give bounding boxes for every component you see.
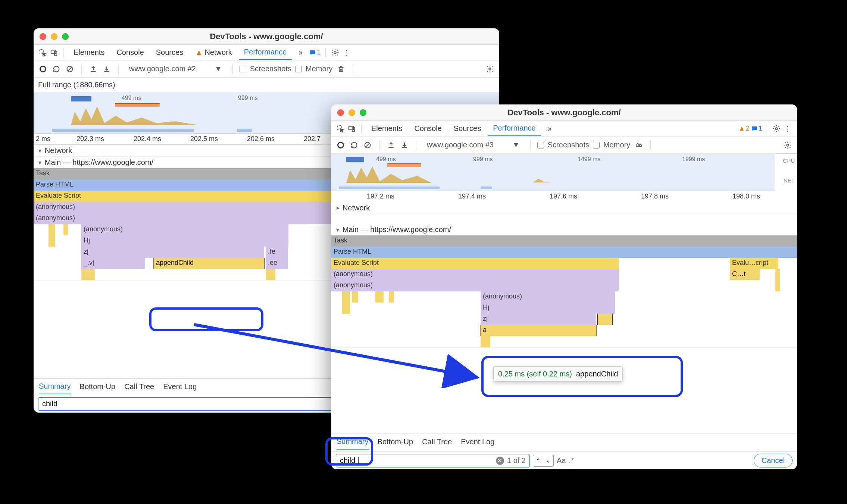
- flame-bar[interactable]: .ee: [266, 258, 288, 269]
- flame-bar[interactable]: .fe: [266, 247, 288, 258]
- btab-summary[interactable]: Summary: [39, 379, 71, 394]
- btab-calltree[interactable]: Call Tree: [124, 379, 154, 394]
- upload-button[interactable]: [88, 64, 98, 74]
- recording-select[interactable]: www.google.com #2 ▼: [125, 63, 226, 75]
- flame-bar[interactable]: [375, 291, 384, 303]
- flame-bar[interactable]: [389, 291, 394, 303]
- fullscreen-icon[interactable]: [62, 33, 69, 40]
- flame-bar[interactable]: zj: [81, 247, 264, 258]
- screenshots-checkbox[interactable]: [537, 142, 544, 148]
- btab-bottomup[interactable]: Bottom-Up: [378, 435, 413, 449]
- close-icon[interactable]: [337, 109, 344, 116]
- search-input[interactable]: child ✕ 1 of 2: [336, 454, 530, 467]
- flame-bar[interactable]: (anonymous): [481, 291, 615, 303]
- reload-button[interactable]: [349, 140, 359, 150]
- upload-button[interactable]: [386, 140, 396, 150]
- flame-bar[interactable]: [49, 235, 55, 247]
- btab-eventlog[interactable]: Event Log: [163, 379, 197, 394]
- clear-button[interactable]: [65, 64, 75, 74]
- messages-badge[interactable]: 1: [309, 48, 321, 56]
- flame-bar[interactable]: [775, 280, 780, 291]
- trash-icon[interactable]: [336, 64, 346, 74]
- flame-bar[interactable]: [81, 269, 95, 280]
- gear-icon[interactable]: [772, 124, 781, 134]
- kebab-icon[interactable]: ⋮: [783, 124, 793, 134]
- gear-icon[interactable]: [783, 140, 793, 150]
- flame-bar[interactable]: Evaluate Script: [331, 258, 619, 269]
- btab-summary[interactable]: Summary: [337, 434, 369, 450]
- flame-bar[interactable]: (anonymous): [81, 224, 288, 235]
- flame-bar[interactable]: [63, 224, 68, 235]
- flame-bar-append[interactable]: a: [481, 325, 596, 336]
- match-case-toggle[interactable]: Aa: [557, 456, 566, 465]
- flame-bar[interactable]: [481, 336, 490, 347]
- memory-checkbox[interactable]: [295, 66, 302, 72]
- search-value: child: [42, 400, 57, 408]
- flame-bar[interactable]: [266, 269, 275, 280]
- tab-more[interactable]: »: [293, 45, 308, 60]
- minimize-icon[interactable]: [51, 33, 57, 40]
- clear-icon[interactable]: ✕: [496, 457, 504, 465]
- flame-bar-append[interactable]: appendChild: [154, 258, 264, 269]
- next-result-button[interactable]: ⌄: [543, 455, 554, 467]
- messages-badge[interactable]: 1: [751, 125, 762, 132]
- clear-button[interactable]: [363, 140, 372, 150]
- tab-performance[interactable]: Performance: [239, 45, 292, 60]
- flame-bar[interactable]: (anonymous): [331, 269, 619, 280]
- gear-icon[interactable]: [330, 48, 340, 57]
- tab-more[interactable]: »: [543, 121, 557, 136]
- minimize-icon[interactable]: [349, 109, 355, 116]
- inspect-icon[interactable]: [336, 124, 346, 134]
- flame-bar[interactable]: Parse HTML: [331, 247, 797, 258]
- inspect-icon[interactable]: [38, 48, 48, 57]
- tab-sources[interactable]: Sources: [448, 121, 486, 136]
- flame-bar[interactable]: Evalu…cript: [730, 258, 778, 269]
- flame-bar[interactable]: [342, 303, 350, 314]
- btab-eventlog[interactable]: Event Log: [461, 435, 494, 449]
- regex-toggle[interactable]: .*: [569, 456, 573, 465]
- tab-elements[interactable]: Elements: [68, 45, 110, 60]
- screenshots-checkbox[interactable]: [240, 66, 246, 72]
- memory-checkbox[interactable]: [593, 142, 600, 148]
- flame-bar[interactable]: C…t: [730, 269, 760, 280]
- gear-icon[interactable]: [485, 64, 495, 74]
- tab-network[interactable]: ▲ Network: [190, 45, 237, 60]
- kebab-icon[interactable]: ⋮: [341, 48, 351, 57]
- device-icon[interactable]: [49, 48, 59, 57]
- warnings-badge[interactable]: ▲ 2: [738, 125, 750, 132]
- prev-result-button[interactable]: ⌃: [533, 455, 543, 467]
- recording-select[interactable]: www.google.com #3 ▼: [423, 139, 523, 151]
- btab-bottomup[interactable]: Bottom-Up: [80, 379, 116, 394]
- network-track[interactable]: ▼Network: [331, 202, 797, 214]
- tab-console[interactable]: Console: [111, 45, 149, 60]
- record-button[interactable]: [336, 140, 346, 150]
- flame-bar[interactable]: zj: [481, 314, 596, 325]
- device-icon[interactable]: [347, 124, 357, 134]
- tab-sources[interactable]: Sources: [151, 45, 188, 60]
- flame-bar[interactable]: (anonymous): [331, 280, 619, 291]
- flame-bar[interactable]: [342, 291, 350, 303]
- close-icon[interactable]: [40, 33, 46, 40]
- flame-bar[interactable]: Hj: [481, 303, 615, 314]
- flame-bar[interactable]: [49, 224, 55, 235]
- flame-bar[interactable]: [352, 291, 358, 303]
- flame-bar[interactable]: [775, 269, 780, 280]
- tab-elements[interactable]: Elements: [366, 121, 407, 136]
- time-ruler[interactable]: 197.2 ms 197.4 ms 197.6 ms 197.8 ms 198.…: [331, 191, 797, 202]
- collect-garbage-icon[interactable]: [634, 140, 644, 150]
- download-button[interactable]: [400, 140, 409, 150]
- reload-button[interactable]: [51, 64, 61, 74]
- flame-bar[interactable]: _.vj: [81, 258, 145, 269]
- main-track[interactable]: ▼Main — https://www.google.com/ Task Par…: [331, 224, 797, 348]
- timeline-overview[interactable]: 499 ms 999 ms 1499 ms 1999 ms: [331, 154, 775, 191]
- flame-bar[interactable]: Task: [331, 235, 797, 247]
- tab-performance[interactable]: Performance: [488, 121, 541, 136]
- btab-calltree[interactable]: Call Tree: [422, 435, 452, 449]
- fullscreen-icon[interactable]: [360, 109, 366, 116]
- flame-bar[interactable]: [598, 314, 612, 325]
- flame-bar[interactable]: Hj: [81, 235, 288, 247]
- cancel-button[interactable]: Cancel: [754, 454, 793, 467]
- download-button[interactable]: [102, 64, 112, 74]
- record-button[interactable]: [38, 64, 48, 74]
- tab-console[interactable]: Console: [409, 121, 447, 136]
